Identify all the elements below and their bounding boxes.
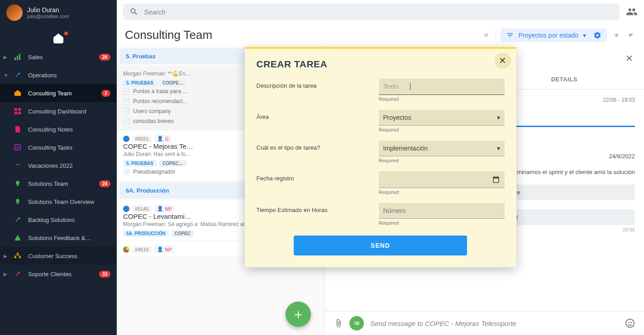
nav-consulting-tasks[interactable]: Consulting Tasks xyxy=(0,138,117,156)
search-box[interactable] xyxy=(123,4,620,20)
company-tag: COOPE… xyxy=(159,80,186,86)
pie-icon xyxy=(123,246,129,253)
profile-name: Julio Duran xyxy=(27,6,69,14)
chevron-down-icon: ▾ xyxy=(583,32,586,39)
modal-close-button[interactable]: ✕ xyxy=(495,52,511,69)
description-input[interactable]: Texto xyxy=(379,79,505,95)
close-icon[interactable]: ✕ xyxy=(624,51,635,66)
nav-label: Consulting Dashboard xyxy=(28,108,86,115)
required-label: Required xyxy=(379,156,505,169)
nav-soporte[interactable]: ▶ Soporte Clientes 33 xyxy=(0,265,117,283)
add-task-fab[interactable]: ＋ xyxy=(286,302,311,327)
nav-operations[interactable]: ▼ Operations xyxy=(0,66,117,84)
profile[interactable]: Julio Duran julio@cotalker.com xyxy=(0,0,117,25)
home-icon xyxy=(53,33,63,43)
nav-label: Sales xyxy=(28,54,43,61)
nav-label: Customer Success xyxy=(28,253,77,260)
svg-rect-5 xyxy=(14,108,17,111)
date-input[interactable] xyxy=(379,171,505,188)
dashboard-icon xyxy=(14,107,22,115)
nav-vacaciones[interactable]: Vacaciones 2022 xyxy=(0,156,117,175)
home-button[interactable] xyxy=(0,25,117,48)
nav-label: Backlog Solutions xyxy=(28,217,75,223)
chart-icon xyxy=(14,53,22,61)
refresh-icon[interactable] xyxy=(481,30,491,40)
svg-point-17 xyxy=(626,319,634,327)
assignee-chip: 👤 G xyxy=(154,135,172,142)
chevron-down-icon: ▼ xyxy=(4,73,7,78)
avatar xyxy=(6,5,23,21)
assignee-chip: 👤 NP xyxy=(154,245,175,253)
nav-solutions-team[interactable]: Solutions Team 24 xyxy=(0,175,117,193)
text-cursor xyxy=(410,83,410,90)
nav-sales[interactable]: ▶ Sales 26 xyxy=(0,48,117,66)
svg-rect-8 xyxy=(18,112,21,114)
send-button[interactable]: SEND xyxy=(294,236,467,255)
field-label: Cuál es el tipo de tarea? xyxy=(257,141,370,151)
sidebar: Julio Duran julio@cotalker.com ▶ Sales 2… xyxy=(0,0,117,335)
area-select[interactable]: Proyectos▾ xyxy=(379,110,505,126)
kanban-view-icon[interactable] xyxy=(626,30,636,40)
message-input[interactable] xyxy=(370,320,619,327)
svg-rect-4 xyxy=(16,90,19,92)
document-icon: 📄 xyxy=(123,98,129,104)
topbar xyxy=(117,0,644,24)
create-task-modal: ✕ CREAR TAREA Descripción de la tarea Te… xyxy=(245,47,516,267)
document-icon: 📄 xyxy=(123,169,129,175)
type-select[interactable]: Implementación▾ xyxy=(379,141,505,156)
badge: 26 xyxy=(99,54,110,61)
document-icon: 📄 xyxy=(123,88,129,94)
calendar-icon xyxy=(492,175,500,184)
filter-label: Proyectos por estado xyxy=(519,32,578,39)
document-icon: 📄 xyxy=(123,108,129,114)
nav-solutions-overview[interactable]: Solutions Team Overview xyxy=(0,193,117,211)
nav-label: Operations xyxy=(28,72,57,79)
nav-consulting-dashboard[interactable]: Consulting Dashboard xyxy=(0,102,117,120)
nav-label: Soporte Clientes xyxy=(28,271,72,278)
globe-icon xyxy=(123,136,129,142)
svg-point-18 xyxy=(628,322,630,323)
field-label: Tiempo Estimado en Horas xyxy=(257,203,370,213)
svg-point-10 xyxy=(16,181,19,184)
globe-icon xyxy=(123,206,129,212)
required-label: Required xyxy=(379,188,505,200)
modal-title: CREAR TAREA xyxy=(257,59,505,70)
people-icon[interactable] xyxy=(626,6,638,18)
content-header: Consulting Team Proyectos por estado ▾ xyxy=(117,24,644,47)
badge: 24 xyxy=(99,180,110,187)
nav-label: Consulting Tasks xyxy=(28,144,72,151)
company-tag: COPEC… xyxy=(159,160,186,167)
nav-consulting-notes[interactable]: Consulting Notes xyxy=(0,120,117,138)
emoji-icon[interactable] xyxy=(625,318,635,328)
assignee-chip: 👤 NP xyxy=(154,205,175,212)
palm-icon xyxy=(14,161,22,170)
svg-point-12 xyxy=(16,199,19,203)
hours-input[interactable] xyxy=(379,203,505,219)
svg-rect-16 xyxy=(19,256,21,258)
tasks-icon xyxy=(14,143,22,151)
svg-rect-14 xyxy=(17,253,19,255)
svg-rect-3 xyxy=(14,92,21,96)
search-icon xyxy=(129,7,138,16)
nav-feedback[interactable]: Solutions Feedback &… xyxy=(0,229,117,247)
warning-icon xyxy=(14,234,22,242)
search-input[interactable] xyxy=(144,8,613,16)
badge: 33 xyxy=(99,271,110,278)
nav-consulting-team[interactable]: Consulting Team 2 xyxy=(0,84,117,102)
list-view-icon[interactable] xyxy=(611,30,621,40)
bulb-icon xyxy=(14,179,22,188)
wrench-icon xyxy=(14,270,22,278)
nav-customer-success[interactable]: ▶ Customer Success xyxy=(0,247,117,265)
nav-label: Vacaciones 2022 xyxy=(28,162,73,169)
nav-backlog[interactable]: Backlog Solutions xyxy=(0,211,117,229)
field-label: Fecha registro xyxy=(257,171,370,182)
actions-button[interactable] xyxy=(349,316,364,330)
chevron-right-icon: ▶ xyxy=(4,55,7,60)
notification-dot xyxy=(64,32,68,35)
bulb-plus-icon xyxy=(14,198,22,206)
gear-icon[interactable] xyxy=(593,31,601,39)
svg-rect-6 xyxy=(18,108,21,111)
filter-dropdown[interactable]: Proyectos por estado ▾ xyxy=(501,28,607,42)
document-icon: 📄 xyxy=(123,118,129,124)
attachment-icon[interactable] xyxy=(334,319,343,328)
